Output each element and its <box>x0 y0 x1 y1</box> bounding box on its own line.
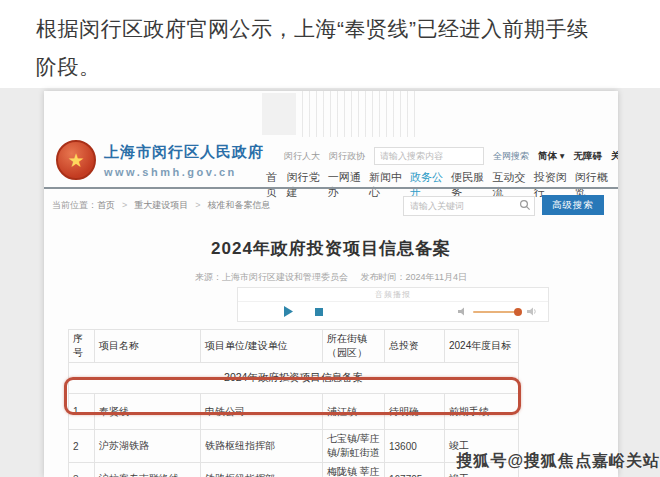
table-header-cell: 所在街镇（园区） <box>323 330 385 363</box>
site-url: www.shmh.gov.cn <box>104 166 264 178</box>
stop-icon[interactable] <box>315 308 323 316</box>
accessibility-link[interactable]: 无障碍 <box>573 150 602 163</box>
table-cell: 梅陇镇 莘庄镇 <box>323 463 385 477</box>
header-stripes-decoration <box>302 91 420 137</box>
table-cell: 申铁公司 <box>201 394 323 430</box>
screenshot-background: ★ 上海市闵行区人民政府 www.shmh.gov.cn 闵行人大 闵行政协 全… <box>0 88 660 477</box>
projects-table: 2024年政府投资项目信息备案 序号项目名称项目单位/建设单位所在街镇（园区）总… <box>68 329 519 477</box>
table-header-cell: 项目名称 <box>95 330 201 363</box>
volume-slider[interactable] <box>473 311 521 313</box>
table-cell: 1 <box>69 394 95 430</box>
table-cell: 浦江镇 <box>323 394 385 430</box>
table-header-row: 序号项目名称项目单位/建设单位所在街镇（园区）总投资2024年度目标 <box>69 330 519 363</box>
article-title: 2024年政府投资项目信息备案 <box>44 237 618 260</box>
national-emblem-logo: ★ <box>56 140 96 180</box>
table-cell: 2 <box>69 430 95 463</box>
link-renda[interactable]: 闵行人大 <box>284 150 320 163</box>
table-cell: 前期手续 <box>445 394 519 430</box>
link-zhengxie[interactable]: 闵行政协 <box>329 150 365 163</box>
table-row[interactable]: 3沪杭客专南联络线铁路枢纽指挥部梅陇镇 莘庄镇167705竣工 <box>69 463 519 477</box>
volume-slider-handle[interactable] <box>514 308 522 316</box>
breadcrumb-item[interactable]: 核准和备案信息 <box>188 199 270 212</box>
advanced-search-button[interactable]: 高级搜索 <box>542 195 604 215</box>
table-caption: 2024年政府投资项目信息备案 <box>69 363 519 394</box>
site-title: 上海市闵行区人民政府 <box>104 143 264 162</box>
gov-site-screenshot: ★ 上海市闵行区人民政府 www.shmh.gov.cn 闵行人大 闵行政协 全… <box>44 91 618 477</box>
care-mode-link[interactable]: 关怀版 <box>611 150 618 163</box>
header-divider <box>44 187 618 189</box>
table-header-cell: 项目单位/建设单位 <box>201 330 323 363</box>
article-publish-time: 发布时间：2024年11月4日 <box>361 272 467 282</box>
table-cell: 沪杭客专南联络线 <box>95 463 201 477</box>
table-cell: 奉贤线 <box>95 394 201 430</box>
breadcrumb-bar: 当前位置： 首页重大建设项目核准和备案信息 高级搜索 <box>52 193 604 217</box>
site-search-button[interactable]: 全网搜索 <box>493 150 529 163</box>
table-row[interactable]: 1奉贤线申铁公司浦江镇待明确前期手续 <box>69 394 519 430</box>
audio-player-controls <box>238 302 548 321</box>
audio-player-label: 音频播报 <box>238 288 548 302</box>
table-cell: 铁路枢纽指挥部 <box>201 430 323 463</box>
table-cell: 待明确 <box>385 394 445 430</box>
article-caption: 根据闵行区政府官网公示，上海“奉贤线”已经进入前期手续阶段。 <box>36 10 608 86</box>
speaker-icon[interactable] <box>527 307 538 316</box>
breadcrumb-item[interactable]: 重大建设项目 <box>115 199 188 212</box>
header-decoration <box>262 93 296 135</box>
table-header-cell: 2024年度目标 <box>445 330 519 363</box>
sohu-watermark: 搜狐号@搜狐焦点嘉峪关站 <box>456 451 660 472</box>
audio-player: 音频播报 <box>237 287 549 322</box>
language-select[interactable]: 简体 ▾ <box>538 150 564 163</box>
table-cell: 七宝镇/莘庄镇/新虹街道 <box>323 430 385 463</box>
article-meta: 来源：上海市闵行区建设和管理委员会 发布时间：2024年11月4日 <box>44 271 618 284</box>
breadcrumb-label: 当前位置： <box>52 199 97 212</box>
play-icon[interactable] <box>284 306 293 317</box>
volume-low-icon[interactable] <box>458 307 467 316</box>
article-source: 来源：上海市闵行区建设和管理委员会 <box>195 272 348 282</box>
table-header-cell: 总投资 <box>385 330 445 363</box>
keyword-input[interactable] <box>403 196 535 216</box>
table-cell: 铁路枢纽指挥部 <box>201 463 323 477</box>
table-header-cell: 序号 <box>69 330 95 363</box>
search-icon[interactable] <box>519 199 531 211</box>
table-cell: 沪苏湖铁路 <box>95 430 201 463</box>
breadcrumb-item[interactable]: 首页 <box>97 199 115 212</box>
table-cell: 3 <box>69 463 95 477</box>
site-search-input[interactable] <box>374 147 484 165</box>
breadcrumb: 当前位置： 首页重大建设项目核准和备案信息 <box>52 199 271 212</box>
table-row[interactable]: 2沪苏湖铁路铁路枢纽指挥部七宝镇/莘庄镇/新虹街道13600竣工 <box>69 430 519 463</box>
table-cell: 13600 <box>385 430 445 463</box>
table-cell: 167705 <box>385 463 445 477</box>
site-identity: 上海市闵行区人民政府 www.shmh.gov.cn <box>104 143 264 178</box>
keyword-search <box>403 195 535 216</box>
page: 根据闵行区政府官网公示，上海“奉贤线”已经进入前期手续阶段。 ★ 上海市闵行区人… <box>0 0 660 477</box>
header-utility-bar: 闵行人大 闵行政协 全网搜索 简体 ▾ 无障碍 关怀版 <box>284 146 604 166</box>
